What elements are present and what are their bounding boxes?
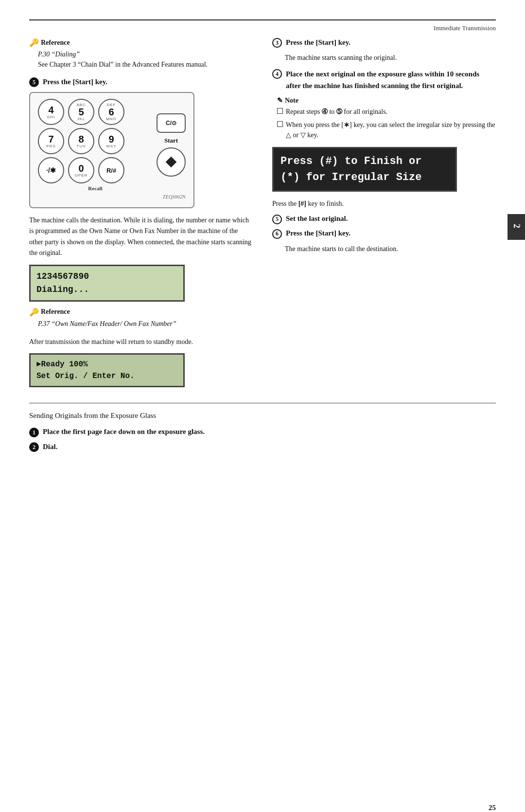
step4-label: Place the next original on the exposure … [286, 68, 496, 91]
step3-label: Press the [Start] key. [286, 38, 350, 47]
reference-text-1: P.30 “Dialing” See Chapter 3 “Chain Dial… [38, 49, 253, 70]
step2-label: Dial. [43, 443, 57, 451]
step2-num: 2 [29, 442, 39, 452]
display-screen-2: ►Ready 100% Set Orig. / Enter No. [29, 353, 185, 387]
key-cancel: C/⊙ [157, 113, 186, 133]
header-title: Immediate Transmission [434, 24, 496, 32]
note-block: ✎ Note Repeat steps ➃ to ➄ for all origi… [277, 96, 496, 140]
press-finish-line1: Press (#) to Finish or [280, 153, 449, 169]
bottom-rule [29, 403, 496, 403]
sending-title: Sending Originals from the Exposure Glas… [29, 410, 496, 421]
step3-body: The machine starts scanning the original… [285, 53, 496, 63]
step2-heading: 2 Dial. [29, 442, 496, 452]
step1-label: Place the first page face down on the ex… [43, 428, 205, 436]
key-8: 8 TUV [68, 128, 94, 154]
step1-num: 1 [29, 428, 39, 437]
display2-line1: ►Ready 100% [36, 359, 177, 370]
checkbox-2 [277, 121, 283, 127]
note-item-1: Repeat steps ➃ to ➄ for all originals. [277, 107, 496, 117]
step4-heading: 4 Place the next original on the exposur… [272, 68, 496, 91]
display-screen-1: 1234567890 Dialing... [29, 265, 185, 302]
ref2-line1: P.37 “Own Name/Fax Header/ Own Fax Numbe… [38, 319, 253, 329]
step6-num: 6 [272, 229, 282, 239]
start-circle [157, 147, 186, 177]
right-column: 3 Press the [Start] key. The machine sta… [272, 38, 496, 393]
step6-heading: 6 Press the [Start] key. [272, 229, 496, 239]
press-finish-box: Press (#) to Finish or (*) for Irregular… [272, 147, 457, 192]
step4-num: 4 [272, 69, 282, 79]
side-tab: 2 [508, 214, 525, 240]
zeqs-label: ZEQS062N [38, 194, 186, 199]
key-icon-1: 🔑 [29, 38, 39, 47]
key-7: 7 PRS [38, 128, 64, 154]
left-column: 🔑 Reference P.30 “Dialing” See Chapter 3… [29, 38, 253, 393]
checkbox-1 [277, 108, 283, 114]
page-number: 25 [489, 804, 496, 812]
key-5: ABC 5 JKL [68, 99, 94, 125]
start-label: Start [164, 137, 178, 144]
step1-heading: 1 Place the first page face down on the … [29, 428, 496, 437]
step5-right-label: Set the last original. [286, 215, 348, 223]
recall-label: Recall [38, 185, 153, 191]
key-9: 9 WXY [98, 128, 124, 154]
key-4: 4 GHI [38, 99, 64, 125]
step5-label: Press the [Start] key. [43, 78, 107, 86]
note-title: ✎ Note [277, 96, 496, 105]
note-item-2: When you press the [∗] key, you can sele… [277, 120, 496, 140]
machine-calls-text: The machine calls the destination. While… [29, 215, 253, 259]
step5-num: 5 [29, 77, 39, 87]
step5-right-heading: 5 Set the last original. [272, 215, 496, 224]
display1-line1: 1234567890 [36, 270, 177, 283]
page-header: Immediate Transmission [0, 20, 525, 38]
step5-right-num: 5 [272, 215, 282, 224]
display2-line2: Set Orig. / Enter No. [36, 370, 177, 382]
reference-title-1: 🔑 Reference [29, 38, 253, 47]
step6-label: Press the [Start] key. [286, 229, 350, 237]
key-0: 0 OPER [68, 157, 94, 183]
after-trans-text: After transmission the machine will retu… [29, 337, 253, 347]
note-item-2-text: When you press the [∗] key, you can sele… [286, 120, 496, 140]
step6-body: The machine starts to call the destinati… [285, 244, 496, 254]
key-icon-2: 🔑 [29, 307, 39, 317]
note-item-1-text: Repeat steps ➃ to ➄ for all originals. [286, 107, 387, 117]
main-content: 🔑 Reference P.30 “Dialing” See Chapter 3… [0, 38, 525, 393]
press-finish-line2: (*) for Irregular Size [280, 169, 449, 185]
page-container: Immediate Transmission 🔑 Reference P.30 … [0, 19, 525, 812]
start-area: Start [157, 137, 186, 177]
reference-title-2: 🔑 Reference [29, 307, 253, 317]
display1-line2: Dialing... [36, 283, 177, 296]
start-diamond [166, 157, 177, 168]
bottom-section: Sending Originals from the Exposure Glas… [29, 403, 496, 452]
press-hash-text: Press the [#] key to finish. [272, 198, 496, 209]
ref1-line1: P.30 “Dialing” [38, 49, 253, 59]
key-rhash: R/# [98, 157, 124, 183]
step3-num: 3 [272, 38, 282, 48]
keypad-container: 4 GHI ABC 5 JKL DEF [29, 92, 194, 208]
step5-heading: 5 Press the [Start] key. [29, 77, 253, 87]
reference-block-1: 🔑 Reference P.30 “Dialing” See Chapter 3… [29, 38, 253, 70]
key-star: ·/✱ [38, 157, 64, 183]
key-6: DEF 6 MNO [98, 99, 124, 125]
reference-block-2: 🔑 Reference P.37 “Own Name/Fax Header/ O… [29, 307, 253, 329]
reference-text-2: P.37 “Own Name/Fax Header/ Own Fax Numbe… [38, 319, 253, 329]
step3-heading: 3 Press the [Start] key. [272, 38, 496, 48]
pencil-icon: ✎ [277, 96, 283, 105]
ref1-line2: See Chapter 3 “Chain Dial” in the Advanc… [38, 59, 253, 70]
